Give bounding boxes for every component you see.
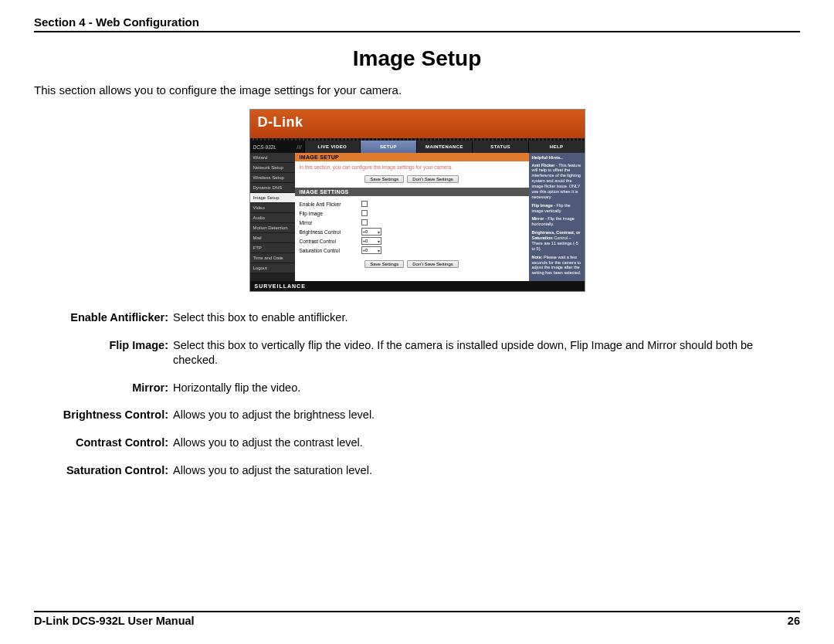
def-flip: Flip Image: Select this box to verticall… — [34, 338, 800, 368]
def-label: Mirror: — [34, 381, 173, 396]
sidebar-item-audio[interactable]: Audio — [250, 213, 295, 223]
tab-live-video[interactable]: LIVE VIDEO — [304, 141, 361, 153]
top-nav: DCS-932L /// LIVE VIDEO SETUP MAINTENANC… — [250, 141, 585, 153]
sidebar-item-time[interactable]: Time and Date — [250, 253, 295, 263]
button-row-top: Save Settings Don't Save Settings — [295, 173, 529, 188]
label-antiflicker: Enable Anti Flicker — [300, 202, 361, 207]
def-label: Enable Antiflicker: — [34, 310, 173, 326]
shot-footer: SURVEILLANCE — [250, 281, 585, 291]
sidebar-item-mail[interactable]: Mail — [250, 233, 295, 243]
label-brightness: Brightness Control — [300, 229, 361, 235]
select-saturation[interactable]: +0▾ — [361, 246, 381, 254]
save-button-2[interactable]: Save Settings — [364, 260, 404, 268]
row-brightness: Brightness Control +0▾ — [300, 227, 524, 236]
def-mirror: Mirror: Horizontally flip the video. — [34, 381, 800, 396]
hint-antiflicker: Anti Flicker - This feature will help to… — [532, 163, 581, 200]
page-header: Section 4 - Web Configuration — [34, 15, 800, 32]
sidebar-item-wireless[interactable]: Wireless Setup — [250, 173, 295, 183]
section-note: In this section, you can configure the i… — [295, 161, 529, 173]
button-row-bottom: Save Settings Don't Save Settings — [295, 258, 529, 273]
chevron-down-icon: ▾ — [378, 239, 380, 244]
def-text: Horizontally flip the video. — [173, 381, 800, 396]
save-button[interactable]: Save Settings — [364, 175, 404, 183]
screenshot-wrapper: D-Link DCS-932L /// LIVE VIDEO SETUP MAI… — [34, 109, 800, 292]
def-text: Allows you to adjust the brightness leve… — [173, 408, 800, 423]
page-title: Image Setup — [34, 46, 800, 71]
section-label: Section 4 - Web Configuration — [34, 15, 199, 29]
def-text: Allows you to adjust the contrast level. — [173, 436, 800, 451]
def-label: Contrast Control: — [34, 436, 173, 451]
hint-mirror: Mirror - Flip the image horizontally. — [532, 216, 581, 227]
hint-note: Note: Please wait a few seconds for the … — [532, 255, 581, 276]
banner: D-Link — [250, 110, 585, 141]
def-text: Select this box to enable antiflicker. — [173, 310, 800, 326]
hints-panel: Helpful Hints.. Anti Flicker - This feat… — [529, 153, 585, 281]
def-label: Flip Image: — [34, 338, 173, 368]
row-antiflicker: Enable Anti Flicker — [300, 199, 524, 208]
hint-flip: Flip Image - Flip the image vertically. — [532, 203, 581, 214]
dont-save-button[interactable]: Don't Save Settings — [407, 175, 459, 183]
sidebar-item-motion[interactable]: Motion Detection — [250, 223, 295, 233]
banner-strip — [250, 138, 585, 141]
dont-save-button-2[interactable]: Don't Save Settings — [407, 260, 459, 268]
sidebar-item-logout[interactable]: Logout — [250, 263, 295, 273]
def-text: Select this box to vertically flip the v… — [173, 338, 800, 368]
row-saturation: Saturation Control +0▾ — [300, 246, 524, 255]
sidebar-item-ftp[interactable]: FTP — [250, 243, 295, 253]
model-label: DCS-932L — [250, 141, 295, 153]
settings-title-bar: IMAGE SETTINGS — [295, 188, 529, 196]
hint-bcs: Brightness, Contrast, or Saturation Cont… — [532, 230, 581, 252]
def-text: Allows you to adjust the saturation leve… — [173, 463, 800, 479]
sidebar-item-ddns[interactable]: Dynamic DNS — [250, 183, 295, 193]
chevron-down-icon: ▾ — [378, 229, 380, 235]
definitions: Enable Antiflicker: Select this box to e… — [34, 310, 800, 478]
select-brightness[interactable]: +0▾ — [361, 228, 381, 236]
checkbox-antiflicker[interactable] — [361, 201, 368, 207]
row-mirror: Mirror — [300, 218, 524, 227]
def-label: Brightness Control: — [34, 408, 173, 423]
checkbox-mirror[interactable] — [361, 219, 368, 225]
page-footer: D-Link DCS-932L User Manual 26 — [34, 611, 800, 627]
dlink-ui-screenshot: D-Link DCS-932L /// LIVE VIDEO SETUP MAI… — [249, 109, 585, 292]
tab-help[interactable]: HELP — [528, 141, 585, 153]
nav-decoration: /// — [295, 141, 304, 153]
section-title-bar: IMAGE SETUP — [295, 153, 529, 161]
row-contrast: Contrast Control +0▾ — [300, 236, 524, 246]
def-label: Saturation Control: — [34, 463, 173, 479]
sidebar-item-network[interactable]: Network Setup — [250, 163, 295, 173]
label-contrast: Contrast Control — [300, 239, 361, 244]
sidebar: Wizard Network Setup Wireless Setup Dyna… — [250, 153, 295, 281]
sidebar-item-wizard[interactable]: Wizard — [250, 153, 295, 163]
checkbox-flip[interactable] — [361, 210, 368, 216]
settings-area: Enable Anti Flicker Flip Image Mirror Br… — [295, 196, 529, 258]
manual-title: D-Link DCS-932L User Manual — [34, 615, 195, 627]
label-flip: Flip Image — [300, 211, 361, 216]
brand-logo: D-Link — [258, 114, 303, 130]
label-saturation: Saturation Control — [300, 248, 361, 253]
def-contrast: Contrast Control: Allows you to adjust t… — [34, 436, 800, 451]
row-flip: Flip Image — [300, 208, 524, 218]
body: Wizard Network Setup Wireless Setup Dyna… — [250, 153, 585, 281]
def-brightness: Brightness Control: Allows you to adjust… — [34, 408, 800, 423]
intro-text: This section allows you to configure the… — [34, 83, 800, 97]
sidebar-item-image-setup[interactable]: Image Setup — [250, 193, 295, 203]
def-antiflicker: Enable Antiflicker: Select this box to e… — [34, 310, 800, 326]
tab-setup[interactable]: SETUP — [360, 141, 416, 153]
def-saturation: Saturation Control: Allows you to adjust… — [34, 463, 800, 479]
page-number: 26 — [788, 615, 800, 627]
select-contrast[interactable]: +0▾ — [361, 237, 381, 245]
tab-maintenance[interactable]: MAINTENANCE — [416, 141, 473, 153]
chevron-down-icon: ▾ — [378, 248, 380, 253]
center-panel: IMAGE SETUP In this section, you can con… — [295, 153, 529, 281]
sidebar-item-video[interactable]: Video — [250, 203, 295, 213]
tab-status[interactable]: STATUS — [472, 141, 528, 153]
hints-title: Helpful Hints.. — [532, 155, 581, 161]
label-mirror: Mirror — [300, 220, 361, 225]
